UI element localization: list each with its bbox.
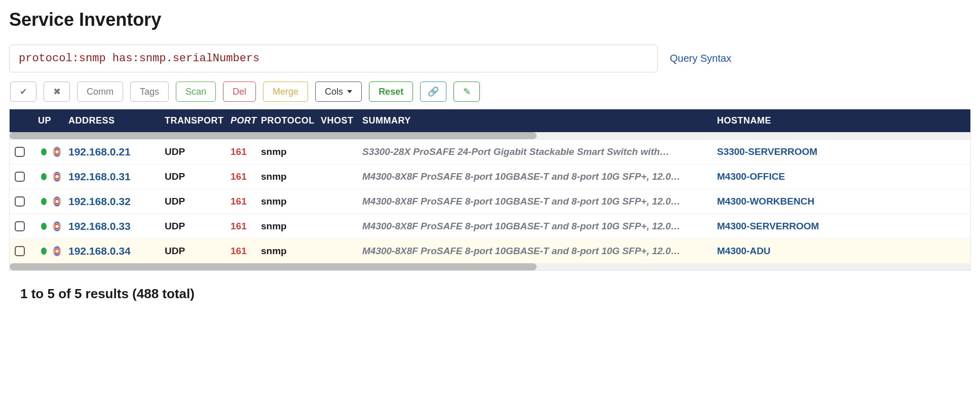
scrollbar-thumb[interactable] [10, 132, 537, 139]
summary-cell: S3300-28X ProSAFE 24-Port Gigabit Stacka… [362, 146, 717, 157]
row-checkbox[interactable] [15, 246, 25, 256]
port-cell: 161 [231, 221, 261, 232]
check-icon: ✔ [20, 86, 27, 97]
status-dot-icon [41, 198, 47, 205]
table-row[interactable]: 192.168.0.32UDP161snmpM4300-8X8F ProSAFE… [10, 189, 970, 214]
transport-cell: UDP [165, 171, 231, 182]
col-header-address[interactable]: ADDRESS [68, 115, 165, 126]
table-row[interactable]: 192.168.0.31UDP161snmpM4300-8X8F ProSAFE… [10, 164, 970, 189]
query-syntax-link[interactable]: Query Syntax [670, 53, 731, 64]
select-all-button[interactable]: ✔ [10, 82, 36, 102]
delete-button[interactable]: Del [223, 82, 256, 102]
scan-button[interactable]: Scan [176, 82, 216, 102]
service-icon [53, 246, 62, 257]
cols-label: Cols [325, 87, 343, 97]
protocol-cell: snmp [261, 146, 321, 157]
comm-button[interactable]: Comm [77, 82, 123, 102]
row-checkbox[interactable] [15, 196, 25, 207]
row-checkbox-cell [15, 172, 38, 182]
table-row[interactable]: 192.168.0.21UDP161snmpS3300-28X ProSAFE … [10, 139, 970, 164]
table-header-row: UP ADDRESS TRANSPORT PORT PROTOCOL VHOST… [10, 109, 970, 132]
up-cell [38, 246, 68, 257]
up-cell [38, 196, 68, 207]
reset-button[interactable]: Reset [369, 82, 413, 102]
clear-selection-button[interactable]: ✖ [44, 82, 70, 102]
protocol-cell: snmp [261, 221, 321, 232]
summary-cell: M4300-8X8F ProSAFE 8-port 10GBASE-T and … [362, 196, 717, 207]
summary-cell: M4300-8X8F ProSAFE 8-port 10GBASE-T and … [362, 221, 717, 232]
port-cell: 161 [231, 196, 261, 207]
transport-cell: UDP [165, 146, 231, 157]
summary-cell: M4300-8X8F ProSAFE 8-port 10GBASE-T and … [362, 171, 717, 182]
col-header-vhost[interactable]: VHOST [321, 115, 362, 126]
address-link[interactable]: 192.168.0.31 [68, 171, 165, 183]
address-link[interactable]: 192.168.0.21 [68, 146, 165, 158]
status-dot-icon [41, 148, 47, 155]
summary-cell: M4300-8X8F ProSAFE 8-port 10GBASE-T and … [362, 246, 717, 257]
service-icon [53, 171, 62, 182]
results-table: UP ADDRESS TRANSPORT PORT PROTOCOL VHOST… [9, 109, 971, 271]
up-cell [38, 171, 68, 182]
pencil-square-icon: ✎ [463, 86, 471, 97]
protocol-cell: snmp [261, 171, 321, 182]
row-checkbox-cell [15, 246, 38, 256]
scrollbar-thumb[interactable] [10, 263, 537, 270]
col-header-protocol[interactable]: PROTOCOL [261, 115, 321, 126]
col-header-checkbox [15, 115, 38, 126]
transport-cell: UDP [165, 246, 231, 257]
up-cell [38, 146, 68, 157]
hostname-link[interactable]: M4300-SERVERROOM [717, 221, 879, 232]
search-query-text: protocol:snmp has:snmp.serialNumbers [19, 52, 259, 65]
page-title: Service Inventory [9, 9, 971, 30]
row-checkbox[interactable] [15, 172, 25, 182]
toolbar: ✔ ✖ Comm Tags Scan Del Merge Cols Reset … [9, 82, 971, 102]
up-cell [38, 221, 68, 232]
row-checkbox[interactable] [15, 147, 25, 157]
address-link[interactable]: 192.168.0.34 [68, 245, 165, 257]
tags-button[interactable]: Tags [130, 82, 169, 102]
row-checkbox-cell [15, 221, 38, 231]
row-checkbox[interactable] [15, 221, 25, 231]
merge-button[interactable]: Merge [263, 82, 308, 102]
row-checkbox-cell [15, 147, 38, 157]
horizontal-scrollbar-bottom[interactable] [10, 263, 970, 270]
columns-dropdown[interactable]: Cols [315, 82, 362, 102]
row-checkbox-cell [15, 196, 38, 207]
col-header-up[interactable]: UP [38, 115, 68, 126]
col-header-hostname[interactable]: HOSTNAME [717, 115, 879, 126]
link-icon: 🔗 [428, 86, 439, 97]
col-header-port[interactable]: PORT [231, 115, 261, 126]
port-cell: 161 [231, 146, 261, 157]
table-row[interactable]: 192.168.0.33UDP161snmpM4300-8X8F ProSAFE… [10, 214, 970, 238]
hostname-link[interactable]: M4300-OFFICE [717, 171, 879, 182]
status-dot-icon [41, 173, 47, 180]
protocol-cell: snmp [261, 196, 321, 207]
col-header-summary[interactable]: SUMMARY [362, 115, 717, 126]
status-dot-icon [41, 248, 47, 255]
col-header-transport[interactable]: TRANSPORT [165, 115, 231, 126]
hostname-link[interactable]: M4300-ADU [717, 246, 879, 257]
permalink-button[interactable]: 🔗 [420, 82, 446, 102]
transport-cell: UDP [165, 221, 231, 232]
hostname-link[interactable]: S3300-SERVERROOM [717, 146, 879, 157]
horizontal-scrollbar-top[interactable] [10, 132, 970, 139]
address-link[interactable]: 192.168.0.33 [68, 220, 165, 232]
x-icon: ✖ [53, 86, 61, 97]
status-dot-icon [41, 223, 47, 230]
chevron-down-icon [347, 90, 352, 93]
service-icon [53, 221, 62, 232]
hostname-link[interactable]: M4300-WORKBENCH [717, 196, 879, 207]
transport-cell: UDP [165, 196, 231, 207]
address-link[interactable]: 192.168.0.32 [68, 195, 165, 208]
port-cell: 161 [231, 171, 261, 182]
search-query-input[interactable]: protocol:snmp has:snmp.serialNumbers [9, 45, 658, 72]
table-row[interactable]: 192.168.0.34UDP161snmpM4300-8X8F ProSAFE… [10, 238, 970, 263]
results-summary: 1 to 5 of 5 results (488 total) [20, 286, 971, 302]
service-icon [53, 196, 62, 207]
edit-button[interactable]: ✎ [454, 82, 480, 102]
port-cell: 161 [231, 246, 261, 257]
service-icon [53, 146, 62, 157]
protocol-cell: snmp [261, 246, 321, 257]
